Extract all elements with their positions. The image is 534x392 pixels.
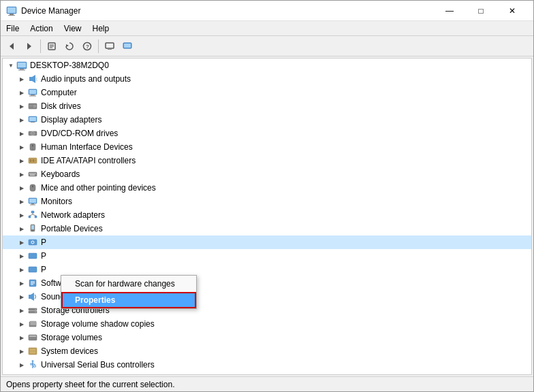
svg-rect-51	[30, 175, 35, 176]
expand-shadow[interactable]: ▶	[16, 318, 27, 329]
expand-root[interactable]: ▼	[5, 60, 16, 71]
content-area[interactable]: ▼ DESKTOP-38M2DQ0 ▶ ))	[2, 58, 532, 375]
expand-computer[interactable]: ▶	[16, 87, 27, 98]
tree-item-usb[interactable]: ▶ Universal Serial Bus controllers	[3, 358, 531, 372]
svg-line-63	[30, 214, 33, 216]
svg-rect-49	[33, 174, 35, 175]
svg-rect-18	[18, 63, 26, 67]
keyboards-icon	[27, 169, 38, 180]
title-bar-left: Device Manager	[6, 5, 80, 16]
expand-disk[interactable]: ▶	[16, 101, 27, 112]
tree-item-monitors[interactable]: ▶ Monitors	[3, 195, 531, 208]
tree-item-network[interactable]: ▶ Network adapters	[3, 208, 531, 222]
shadow-icon	[27, 318, 38, 329]
storage-vol-label: Storage volumes	[41, 333, 102, 342]
expand-display[interactable]: ▶	[16, 114, 27, 125]
expand-monitors[interactable]: ▶	[16, 196, 27, 207]
root-label: DESKTOP-38M2DQ0	[30, 61, 109, 70]
menu-action[interactable]: Action	[25, 22, 58, 35]
tree-item-display[interactable]: ▶ Display adapters	[3, 113, 531, 127]
svg-rect-58	[30, 205, 35, 206]
expand-sound[interactable]: ▶	[16, 291, 27, 302]
svg-rect-26	[31, 95, 35, 96]
display-label: Display adapters	[41, 115, 101, 125]
expand-network[interactable]: ▶	[16, 210, 27, 220]
computer-icon	[27, 87, 38, 98]
svg-rect-20	[18, 70, 25, 71]
toolbar-properties[interactable]	[44, 38, 60, 54]
expand-p3[interactable]: ▶	[16, 264, 27, 275]
minimize-button[interactable]: —	[434, 1, 465, 21]
tree-item-p2[interactable]: ▶ P	[3, 249, 531, 263]
tree-item-ide[interactable]: ▶ IDE ATA/ATAPI controllers	[3, 154, 531, 167]
computer-label: Computer	[41, 88, 77, 97]
tree-item-p3[interactable]: ▶ P	[3, 263, 531, 276]
tree-item-mice[interactable]: ▶ Mice and other pointing devices	[3, 181, 531, 195]
menu-file[interactable]: File	[1, 22, 25, 35]
toolbar-forward[interactable]	[21, 38, 37, 54]
audio-label: Audio inputs and outputs	[41, 74, 131, 84]
toolbar-scan[interactable]	[101, 38, 118, 54]
expand-ide[interactable]: ▶	[16, 155, 27, 166]
tree-root[interactable]: ▼ DESKTOP-38M2DQ0	[3, 59, 531, 72]
p2-icon	[27, 250, 38, 261]
svg-point-37	[32, 133, 33, 134]
expand-storage-ctrl[interactable]: ▶	[16, 305, 27, 316]
maximize-button[interactable]: □	[465, 1, 497, 21]
tree-item-keyboards[interactable]: ▶ Keyboards	[3, 167, 531, 181]
tree-item-system[interactable]: ▶ System devices	[3, 344, 531, 358]
ide-icon	[27, 155, 38, 166]
close-button[interactable]: ✕	[497, 1, 528, 21]
tree-item-dvd[interactable]: ▶ DVD/CD-ROM drives	[3, 127, 531, 140]
expand-hid[interactable]: ▶	[16, 142, 27, 152]
status-bar: Opens property sheet for the current sel…	[1, 376, 533, 391]
disk-icon	[27, 101, 38, 112]
toolbar-update[interactable]	[61, 38, 78, 54]
expand-system[interactable]: ▶	[16, 346, 27, 357]
tree-item-p1[interactable]: ▶ P	[3, 235, 531, 249]
svg-rect-61	[35, 216, 37, 218]
svg-rect-31	[29, 105, 33, 106]
tree-item-portable[interactable]: ▶ Portable Devices	[3, 222, 531, 235]
monitors-label: Monitors	[41, 197, 72, 206]
menu-view[interactable]: View	[59, 22, 87, 35]
svg-point-81	[35, 312, 36, 313]
expand-portable[interactable]: ▶	[16, 223, 27, 234]
svg-rect-46	[29, 174, 31, 175]
toolbar-display[interactable]	[119, 38, 136, 54]
window-title: Device Manager	[21, 6, 80, 16]
svg-rect-76	[29, 295, 31, 299]
expand-dvd[interactable]: ▶	[16, 128, 27, 139]
toolbar-back[interactable]	[3, 38, 20, 54]
expand-storage-vol[interactable]: ▶	[16, 332, 27, 343]
svg-text:?: ?	[86, 44, 89, 50]
tree-item-computer[interactable]: ▶ Computer	[3, 86, 531, 99]
expand-p2[interactable]: ▶	[16, 250, 27, 261]
portable-icon	[27, 223, 38, 234]
expand-p1[interactable]: ▶	[16, 237, 27, 248]
toolbar-help[interactable]: ?	[79, 38, 95, 54]
expand-audio[interactable]: ▶	[16, 74, 27, 84]
storage-vol-icon	[27, 332, 38, 343]
display-icon	[27, 114, 38, 125]
ctx-scan-hardware[interactable]: Scan for hardware changes	[61, 276, 196, 292]
status-text: Opens property sheet for the current sel…	[6, 380, 174, 389]
expand-mice[interactable]: ▶	[16, 182, 27, 193]
dvd-icon	[27, 128, 38, 139]
expand-software[interactable]: ▶	[16, 278, 27, 289]
disk-label: Disk drives	[41, 101, 81, 111]
svg-marker-10	[66, 44, 69, 47]
expand-keyboards[interactable]: ▶	[16, 169, 27, 180]
usb-label: Universal Serial Bus controllers	[41, 360, 155, 370]
ctx-properties[interactable]: Properties	[61, 292, 196, 308]
svg-rect-92	[31, 363, 33, 365]
tree-item-shadow[interactable]: ▶ Storage volume shadow copies	[3, 317, 531, 331]
svg-rect-70	[29, 253, 37, 259]
expand-usb[interactable]: ▶	[16, 359, 27, 370]
tree-item-audio[interactable]: ▶ )) Audio inputs and outputs	[3, 72, 531, 86]
tree-item-hid[interactable]: ▶ Human Interface Devices	[3, 140, 531, 154]
tree-item-storage-vol[interactable]: ▶ Storage volumes	[3, 331, 531, 344]
menu-help[interactable]: Help	[87, 22, 115, 35]
tree-item-disk[interactable]: ▶ Disk drives	[3, 99, 531, 113]
title-bar: Device Manager — □ ✕	[1, 1, 533, 21]
